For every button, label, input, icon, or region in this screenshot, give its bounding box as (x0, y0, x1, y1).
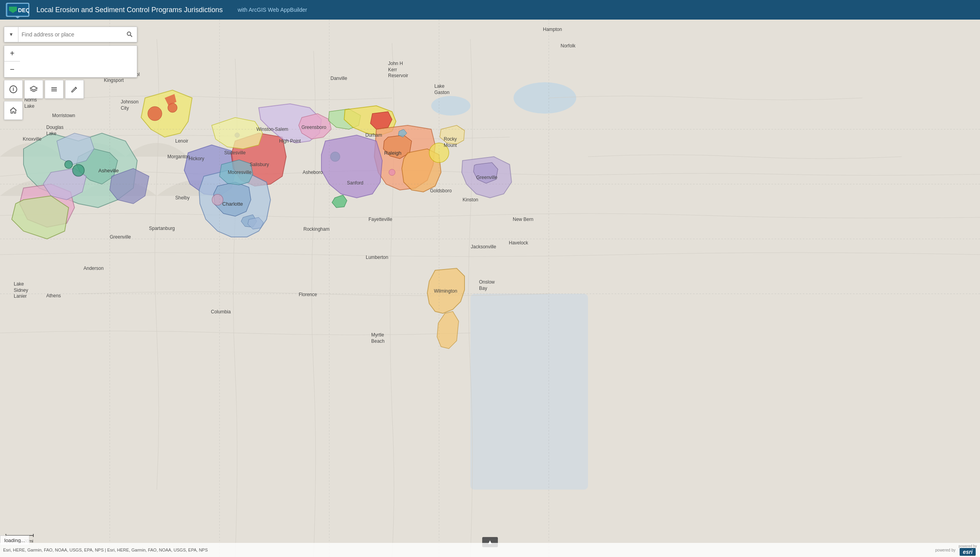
svg-point-14 (65, 161, 73, 168)
search-bar: ▼ (4, 27, 137, 42)
info-icon: i (9, 85, 18, 94)
svg-point-13 (73, 165, 84, 176)
toolbar: ▼ + − i (4, 24, 137, 120)
list-icon (50, 85, 58, 94)
icon-toolbar: i (4, 80, 137, 99)
svg-text:DEQ: DEQ (18, 7, 29, 13)
zoom-out-button[interactable]: − (4, 61, 20, 77)
svg-point-58 (127, 32, 131, 36)
svg-point-5 (431, 96, 470, 116)
info-button[interactable]: i (4, 80, 23, 99)
edit-icon (70, 85, 79, 94)
search-icon (127, 31, 133, 38)
svg-marker-62 (30, 86, 37, 90)
deq-logo: DEQ (6, 3, 29, 17)
map-container[interactable]: Hampton Norfolk John HKerrReservoir Lake… (0, 20, 980, 557)
list-button[interactable] (45, 80, 64, 99)
search-dropdown-button[interactable]: ▼ (4, 27, 18, 42)
loading-text: loading... (4, 537, 25, 543)
svg-rect-6 (470, 294, 588, 490)
svg-point-4 (514, 82, 576, 114)
home-icon (9, 106, 18, 115)
powered-by-text: powered by (935, 548, 956, 552)
logo-area: DEQ Local Erosion and Sediment Control P… (6, 3, 307, 17)
svg-point-17 (148, 107, 162, 121)
home-button[interactable] (4, 101, 23, 120)
layers-button[interactable] (24, 80, 43, 99)
app-subtitle: with ArcGIS Web AppBuilder (238, 7, 307, 13)
map-background (0, 20, 980, 557)
app-title: Local Erosion and Sediment Control Progr… (36, 6, 223, 14)
search-button[interactable] (123, 27, 137, 42)
layers-icon (29, 85, 38, 94)
svg-point-45 (212, 194, 223, 205)
search-input[interactable] (18, 27, 123, 42)
svg-point-34 (389, 169, 395, 175)
esri-logo: powered by powered by esri (935, 544, 977, 556)
attribution-text: Esri, HERE, Garmin, FAO, NOAA, USGS, EPA… (3, 548, 208, 552)
zoom-controls: + − (4, 45, 137, 78)
svg-line-59 (131, 35, 132, 37)
edit-button[interactable] (65, 80, 84, 99)
attribution-bar: Esri, HERE, Garmin, FAO, NOAA, USGS, EPA… (0, 543, 980, 557)
dropdown-icon: ▼ (9, 32, 14, 37)
app-header: DEQ Local Erosion and Sediment Control P… (0, 0, 980, 20)
svg-marker-44 (220, 160, 253, 185)
svg-text:i: i (13, 87, 14, 92)
zoom-in-button[interactable]: + (4, 46, 20, 61)
